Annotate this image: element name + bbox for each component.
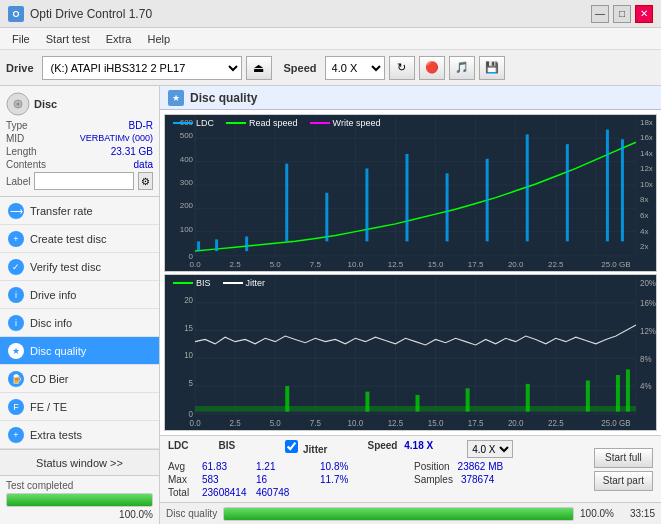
svg-text:20.0: 20.0 (508, 417, 524, 428)
start-full-button[interactable]: Start full (594, 448, 653, 468)
sidebar-item-disc-info[interactable]: i Disc info (0, 309, 159, 337)
svg-text:8%: 8% (640, 353, 652, 364)
main-area: Disc Type BD-R MID VERBATIMv (000) Lengt… (0, 86, 661, 524)
minimize-button[interactable]: — (591, 5, 609, 23)
mid-label: MID (6, 133, 24, 144)
speed-select-container: 4.0 X (467, 440, 513, 458)
drive-info-label: Drive info (30, 289, 76, 301)
contents-value: data (134, 159, 153, 170)
bottom-progress-pct: 100.0% (580, 508, 614, 519)
drive-label: Drive (6, 62, 34, 74)
create-test-icon: + (8, 231, 24, 247)
disc-mid-row: MID VERBATIMv (000) (6, 133, 153, 144)
avg-bis: 1.21 (256, 461, 296, 472)
upper-chart-svg: 0 100 200 300 400 500 600 18x 16x 14x 12… (165, 115, 656, 271)
svg-text:5: 5 (189, 377, 194, 388)
svg-text:4x: 4x (640, 227, 649, 236)
svg-text:20%: 20% (640, 277, 656, 288)
svg-text:12.5: 12.5 (388, 260, 404, 269)
sidebar-item-transfer-rate[interactable]: ⟶ Transfer rate (0, 197, 159, 225)
menu-help[interactable]: Help (139, 31, 178, 47)
svg-text:8x: 8x (640, 196, 649, 205)
svg-text:300: 300 (180, 178, 194, 187)
svg-text:17.5: 17.5 (468, 260, 484, 269)
label-input[interactable] (34, 172, 134, 190)
lower-chart: BIS Jitter (164, 274, 657, 432)
avg-label: Avg (168, 461, 198, 472)
sidebar-item-extra-tests[interactable]: + Extra tests (0, 421, 159, 449)
refresh-button[interactable]: ↻ (389, 56, 415, 80)
stats-bar: LDC BIS Jitter Speed 4.18 X 4.0 X (160, 435, 661, 502)
progress-area: Test completed 100.0% (0, 475, 159, 524)
sidebar-item-verify-test-disc[interactable]: ✓ Verify test disc (0, 253, 159, 281)
drive-info-icon: i (8, 287, 24, 303)
status-window-button[interactable]: Status window >> (0, 449, 159, 475)
jitter-checkbox[interactable] (285, 440, 298, 453)
svg-rect-89 (626, 369, 630, 411)
position-value: 23862 MB (458, 461, 504, 472)
menu-extra[interactable]: Extra (98, 31, 140, 47)
svg-text:2.5: 2.5 (230, 417, 241, 428)
upper-chart: LDC Read speed Write speed (164, 114, 657, 272)
menu-file[interactable]: File (4, 31, 38, 47)
svg-text:18x: 18x (640, 118, 653, 127)
svg-rect-26 (285, 164, 288, 242)
jitter-legend: Jitter (223, 278, 266, 288)
position-label: Position (414, 461, 450, 472)
svg-rect-24 (215, 239, 218, 251)
svg-text:12x: 12x (640, 164, 653, 173)
sidebar-item-drive-info[interactable]: i Drive info (0, 281, 159, 309)
start-part-button[interactable]: Start part (594, 471, 653, 491)
maximize-button[interactable]: □ (613, 5, 631, 23)
speed-select-stats[interactable]: 4.0 X (467, 440, 513, 458)
sidebar-item-cd-bier[interactable]: 🍺 CD Bier (0, 365, 159, 393)
disc-info-panel: Disc Type BD-R MID VERBATIMv (000) Lengt… (0, 86, 159, 197)
svg-rect-23 (197, 241, 200, 251)
disc-header: Disc (6, 92, 153, 116)
disc-quality-icon: ★ (8, 343, 24, 359)
dq-title: Disc quality (190, 91, 257, 105)
svg-point-2 (17, 103, 20, 106)
jitter-col-header: Jitter (285, 440, 327, 458)
svg-rect-32 (526, 134, 529, 241)
disc-quality-label: Disc quality (30, 345, 86, 357)
svg-text:200: 200 (180, 201, 194, 210)
bottom-bar: Disc quality 100.0% 33:15 (160, 502, 661, 524)
content-area: ★ Disc quality LDC Read speed (160, 86, 661, 524)
read-speed-legend: Read speed (226, 118, 298, 128)
speed-value: 4.18 X (404, 440, 433, 451)
max-bis: 16 (256, 474, 296, 485)
save-button[interactable]: 💾 (479, 56, 505, 80)
disc-info-label: Disc info (30, 317, 72, 329)
avg-ldc: 61.83 (202, 461, 252, 472)
sidebar-item-fe-te[interactable]: F FE / TE (0, 393, 159, 421)
disc-info-icon: i (8, 315, 24, 331)
sidebar-item-disc-quality[interactable]: ★ Disc quality (0, 337, 159, 365)
menu-start-test[interactable]: Start test (38, 31, 98, 47)
speed-select[interactable]: 4.0 X 8.0 X Max X (325, 56, 385, 80)
svg-text:22.5: 22.5 (548, 260, 564, 269)
drive-select[interactable]: (K:) ATAPI iHBS312 2 PL17 (42, 56, 242, 80)
eject-button[interactable]: ⏏ (246, 56, 272, 80)
tool-button-1[interactable]: 🔴 (419, 56, 445, 80)
sidebar-item-create-test-disc[interactable]: + Create test disc (0, 225, 159, 253)
svg-text:6x: 6x (640, 211, 649, 220)
svg-rect-85 (466, 388, 470, 411)
svg-rect-87 (586, 380, 590, 411)
label-edit-button[interactable]: ⚙ (138, 172, 153, 190)
verify-label: Verify test disc (30, 261, 101, 273)
toolbar: Drive (K:) ATAPI iHBS312 2 PL17 ⏏ Speed … (0, 50, 661, 86)
type-value: BD-R (129, 120, 153, 131)
bottom-status-text: Disc quality (166, 508, 217, 519)
dq-header: ★ Disc quality (160, 86, 661, 110)
svg-text:400: 400 (180, 155, 194, 164)
disc-icon (6, 92, 30, 116)
svg-text:4%: 4% (640, 381, 652, 392)
tool-button-2[interactable]: 🎵 (449, 56, 475, 80)
fe-te-icon: F (8, 399, 24, 415)
close-button[interactable]: ✕ (635, 5, 653, 23)
svg-rect-25 (245, 236, 248, 251)
svg-rect-28 (365, 168, 368, 241)
svg-rect-83 (365, 391, 369, 411)
write-speed-legend: Write speed (310, 118, 381, 128)
